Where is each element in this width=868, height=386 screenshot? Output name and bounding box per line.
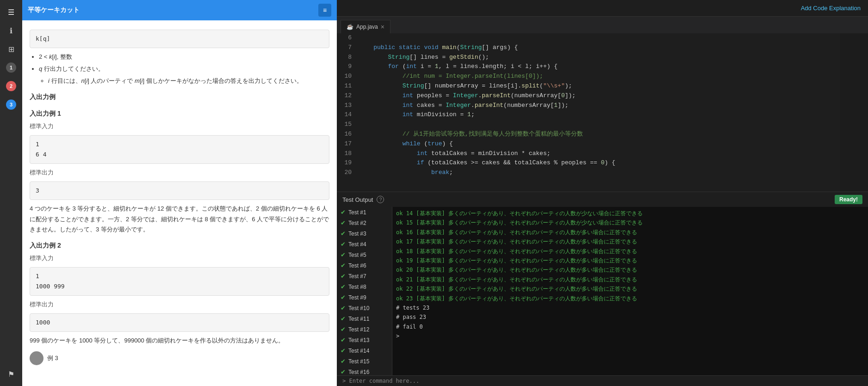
sidebar-icon-info[interactable]: ℹ xyxy=(3,22,19,39)
test-label: Test #13 xyxy=(348,337,369,343)
test-item[interactable]: ✔Test #1 xyxy=(337,207,392,218)
test-label: Test #11 xyxy=(348,316,369,322)
io-example-section-title: 入出力例 xyxy=(30,92,329,103)
std-input-label-1: 標準入力 xyxy=(30,121,329,131)
example-3-hint: 例 3 xyxy=(47,353,58,363)
sidebar-icon-badge3[interactable]: 3 xyxy=(3,96,19,113)
std-output-label-2: 標準出力 xyxy=(30,299,329,310)
editor-tab-appjava[interactable]: ☕ App.java × xyxy=(341,20,391,33)
test-output-title: Test Output xyxy=(342,196,373,203)
test-item[interactable]: ✔Test #9 xyxy=(337,292,392,303)
check-icon: ✔ xyxy=(341,358,346,365)
test-label: Test #6 xyxy=(348,262,366,269)
tab-close-button[interactable]: × xyxy=(381,23,384,31)
check-icon: ✔ xyxy=(341,347,346,354)
code-content[interactable]: public static void main(String[] args) {… xyxy=(355,33,840,192)
check-icon: ✔ xyxy=(341,283,346,290)
test-item[interactable]: ✔Test #4 xyxy=(337,239,392,249)
test-output-body: ✔Test #1✔Test #2✔Test #3✔Test #4✔Test #5… xyxy=(337,207,868,375)
log-line: ok 14 [基本実装] 多くのパーティがあり、それぞれのパーティの人数が少ない… xyxy=(396,209,864,218)
list-icon: ≡ xyxy=(318,4,331,17)
test-item[interactable]: ✔Test #6 xyxy=(337,260,392,271)
java-file-icon: ☕ xyxy=(347,24,353,30)
check-icon: ✔ xyxy=(341,251,346,258)
info-icon: ? xyxy=(377,196,384,203)
check-icon: ✔ xyxy=(341,326,346,333)
top-bar: Add Code Explanation xyxy=(337,0,868,17)
check-icon: ✔ xyxy=(341,262,346,269)
sidebar-icon-menu[interactable]: ☰ xyxy=(3,4,19,20)
test-label: Test #8 xyxy=(348,284,366,290)
test-item[interactable]: ✔Test #12 xyxy=(337,324,392,335)
problem-title: 平等ケーキカット xyxy=(28,6,80,14)
log-line: # tests 23 xyxy=(396,303,864,312)
check-icon: ✔ xyxy=(341,294,346,301)
line-numbers: 6 7 8 9 10 11 12 13 14 15 16 17 18 19 20 xyxy=(337,33,355,192)
explanation-1: 4 つのケーキを 3 等分すると、細切れケーキが 12 個できます。この状態であ… xyxy=(30,204,329,234)
log-line: # fail 0 xyxy=(396,322,864,331)
test-label: Test #12 xyxy=(348,326,369,333)
test-item[interactable]: ✔Test #10 xyxy=(337,303,392,313)
test-label: Test #9 xyxy=(348,294,366,301)
test-item[interactable]: ✔Test #3 xyxy=(337,228,392,239)
problem-header: 平等ケーキカット ≡ xyxy=(22,0,337,20)
add-code-explanation-link[interactable]: Add Code Explanation xyxy=(801,5,861,12)
log-line: ok 21 [基本実装] 多くのパーティがあり、それぞれのパーティの人数が多い場… xyxy=(396,275,864,284)
sidebar: ☰ ℹ ⊞ 1 2 3 ⚑ xyxy=(0,0,22,386)
log-line: ok 19 [基本実装] 多くのパーティがあり、それぞれのパーティの人数が多い場… xyxy=(396,256,864,265)
check-icon: ✔ xyxy=(341,209,346,216)
test-label: Test #2 xyxy=(348,220,366,226)
constraint-1: 2 < k[i], 整数 xyxy=(39,52,329,62)
check-icon: ✔ xyxy=(341,368,346,375)
test-item[interactable]: ✔Test #2 xyxy=(337,218,392,228)
constraint-2: q 行出力してください。 i 行目には、n[i] 人のパーティで m[i] 個し… xyxy=(39,64,329,86)
check-icon: ✔ xyxy=(341,315,346,322)
test-item[interactable]: ✔Test #14 xyxy=(337,345,392,356)
log-line: ok 22 [基本実装] 多くのパーティがあり、それぞれのパーティの人数が多い場… xyxy=(396,284,864,293)
test-label: Test #3 xyxy=(348,230,366,237)
problem-panel: 平等ケーキカット ≡ k[q] 2 < k[i], 整数 q 行出力してください… xyxy=(22,0,337,386)
terminal-bar[interactable]: > Enter command here... xyxy=(337,375,868,386)
test-label: Test #7 xyxy=(348,273,366,280)
std-output-label-1: 標準出力 xyxy=(30,168,329,178)
test-label: Test #4 xyxy=(348,241,366,248)
input-block-1: 16 4 xyxy=(30,135,329,164)
log-line: ok 23 [基本実装] 多くのパーティがあり、それぞれのパーティの人数が多い場… xyxy=(396,294,864,303)
test-item[interactable]: ✔Test #15 xyxy=(337,356,392,367)
test-item[interactable]: ✔Test #11 xyxy=(337,313,392,324)
sidebar-icon-badge2[interactable]: 2 xyxy=(3,78,19,94)
check-icon: ✔ xyxy=(341,305,346,311)
test-item[interactable]: ✔Test #8 xyxy=(337,281,392,292)
code-block-kq: k[q] xyxy=(30,30,329,48)
problem-content[interactable]: k[q] 2 < k[i], 整数 q 行出力してください。 i 行目には、n[… xyxy=(22,20,337,386)
minimap xyxy=(840,33,868,192)
test-output-header: Test Output ? Ready! xyxy=(337,192,868,207)
editor-tabs: ☕ App.java × xyxy=(337,17,868,33)
sidebar-icon-flag[interactable]: ⚑ xyxy=(3,366,19,382)
log-line: # pass 23 xyxy=(396,312,864,322)
check-icon: ✔ xyxy=(341,336,346,343)
log-line: > xyxy=(396,331,864,341)
test-label: Test #1 xyxy=(348,209,366,216)
check-icon: ✔ xyxy=(341,230,346,237)
test-label: Test #5 xyxy=(348,252,366,258)
input-block-2: 11000 999 xyxy=(30,267,329,296)
sidebar-icon-grid[interactable]: ⊞ xyxy=(3,41,19,57)
std-input-label-2: 標準入力 xyxy=(30,253,329,263)
code-editor[interactable]: 6 7 8 9 10 11 12 13 14 15 16 17 18 19 20… xyxy=(337,33,868,192)
test-label: Test #10 xyxy=(348,305,369,311)
test-output-panel: Test Output ? Ready! ✔Test #1✔Test #2✔Te… xyxy=(337,192,868,386)
io-example-2-title: 入出力例 2 xyxy=(30,240,329,251)
test-item[interactable]: ✔Test #13 xyxy=(337,335,392,345)
log-line: ok 18 [基本実装] 多くのパーティがあり、それぞれのパーティの人数が多い場… xyxy=(396,247,864,256)
test-item[interactable]: ✔Test #16 xyxy=(337,367,392,375)
test-label: Test #15 xyxy=(348,358,369,365)
explanation-2: 999 個のケーキを 1000 等分して、999000 個の細切れケーキを作る以… xyxy=(30,336,329,346)
tab-label: App.java xyxy=(356,24,378,30)
sidebar-icon-badge1[interactable]: 1 xyxy=(3,59,19,76)
test-output-log[interactable]: ok 14 [基本実装] 多くのパーティがあり、それぞれのパーティの人数が少ない… xyxy=(392,207,868,375)
log-line: ok 17 [基本実装] 多くのパーティがあり、それぞれのパーティの人数が多い場… xyxy=(396,237,864,246)
test-item[interactable]: ✔Test #7 xyxy=(337,271,392,281)
test-item[interactable]: ✔Test #5 xyxy=(337,249,392,260)
test-list[interactable]: ✔Test #1✔Test #2✔Test #3✔Test #4✔Test #5… xyxy=(337,207,392,375)
